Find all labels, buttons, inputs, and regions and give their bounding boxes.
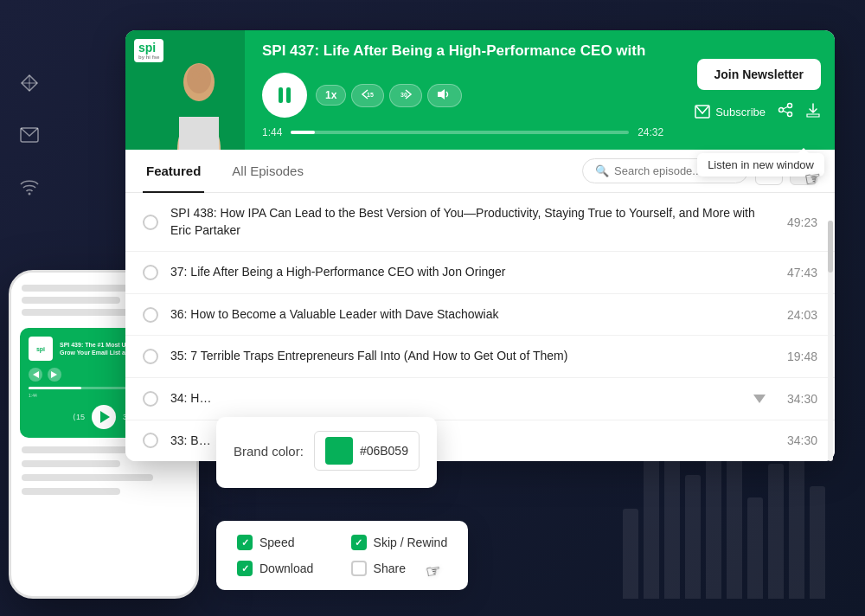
brand-color-hex: #06B059 <box>360 444 408 458</box>
checkbox-download-box[interactable]: ✓ <box>237 561 253 576</box>
svg-point-4 <box>29 193 31 196</box>
download-icon[interactable] <box>805 102 821 121</box>
svg-marker-23 <box>753 395 766 403</box>
episode-title-1: 37: Life After Being a High-Performance … <box>170 264 775 281</box>
episode-row[interactable]: 37: Life After Being a High-Performance … <box>125 252 835 294</box>
episode-radio-4[interactable] <box>143 391 158 407</box>
brand-color-swatch <box>325 437 353 465</box>
episode-radio-0[interactable] <box>143 215 158 230</box>
checkbox-download-label: Download <box>260 561 313 575</box>
svg-point-8 <box>187 64 211 93</box>
time-total: 24:32 <box>638 126 663 138</box>
episode-duration-1: 47:43 <box>787 266 817 279</box>
svg-point-16 <box>779 108 784 112</box>
tab-all-episodes[interactable]: All Episodes <box>228 150 307 192</box>
svg-point-17 <box>788 112 792 117</box>
subscribe-area[interactable]: Subscribe <box>695 105 766 119</box>
episode-title-4: 34: H… <box>170 390 775 407</box>
cursor: ☞ <box>803 166 823 191</box>
episode-row[interactable]: 36: How to Become a Valuable Leader with… <box>125 294 835 337</box>
svg-marker-6 <box>51 371 57 378</box>
brand-color-value[interactable]: #06B059 <box>314 431 420 471</box>
episode-radio-5[interactable] <box>143 433 158 448</box>
svg-point-10 <box>199 71 206 80</box>
player-header: spi by hi fse SPI 437: Life After Being … <box>125 30 835 150</box>
episode-duration-2: 24:03 <box>787 308 817 322</box>
svg-text:15: 15 <box>367 92 374 98</box>
phone-play-button[interactable] <box>92 405 116 429</box>
episode-row[interactable]: 34: H… 34:30 <box>125 378 835 420</box>
checkbox-speed[interactable]: ✓ Speed <box>237 535 334 550</box>
svg-marker-5 <box>33 371 39 378</box>
volume-button[interactable] <box>427 84 462 107</box>
progress-bar[interactable] <box>291 131 629 134</box>
checkbox-grid: ✓ Speed ✓ Skip / Rewind ✓ Download Share <box>237 535 447 576</box>
time-current: 1:44 <box>262 126 282 138</box>
svg-text:30: 30 <box>400 92 407 98</box>
checkbox-share-box[interactable] <box>351 561 367 576</box>
person-illustration <box>125 30 245 150</box>
checkbox-download[interactable]: ✓ Download <box>237 561 334 576</box>
sidebar <box>16 69 43 201</box>
checkbox-skip-rewind-box[interactable]: ✓ <box>351 535 367 550</box>
phone-skip-btn[interactable] <box>48 368 61 382</box>
episode-duration-0: 49:23 <box>787 215 817 229</box>
sidebar-icon-diamond[interactable] <box>16 69 43 97</box>
episode-title-0: SPI 438: How IPA Can Lead to the Best Ve… <box>170 205 775 239</box>
scrollbar-thumb[interactable] <box>828 221 833 273</box>
scrollbar[interactable] <box>828 221 833 461</box>
phone-rewind-btn[interactable] <box>29 368 42 382</box>
checkbox-speed-label: Speed <box>260 536 294 549</box>
speed-controls: 1x 15 30 <box>316 84 462 107</box>
podcast-thumbnail: spi by hi fse <box>125 30 245 150</box>
brand-color-label: Brand color: <box>234 444 304 459</box>
episode-row[interactable]: SPI 438: How IPA Can Lead to the Best Ve… <box>125 193 835 252</box>
svg-point-15 <box>788 104 792 108</box>
episode-radio-1[interactable] <box>143 265 158 280</box>
speed-button[interactable]: 1x <box>316 85 346 106</box>
episode-title-3: 35: 7 Terrible Traps Entrepreneurs Fall … <box>170 348 775 365</box>
episode-title-2: 36: How to Become a Valuable Leader with… <box>170 306 775 324</box>
episode-title: SPI 437: Life After Being a High-Perform… <box>262 42 663 61</box>
episode-row[interactable]: 35: 7 Terrible Traps Entrepreneurs Fall … <box>125 336 835 378</box>
svg-line-18 <box>783 106 788 109</box>
episode-radio-3[interactable] <box>143 349 158 364</box>
join-newsletter-button[interactable]: Join Newsletter <box>697 59 821 90</box>
svg-line-19 <box>783 111 788 113</box>
player-right: Join Newsletter Subscribe <box>681 43 835 137</box>
checkbox-speed-box[interactable]: ✓ <box>237 535 253 550</box>
rewind-15-button[interactable]: 15 <box>351 84 384 107</box>
episode-duration-5: 34:30 <box>787 433 817 447</box>
tab-featured[interactable]: Featured <box>143 150 204 192</box>
share-icon[interactable] <box>778 102 793 121</box>
subscribe-label: Subscribe <box>715 106 766 119</box>
cursor-2: ☞ <box>424 560 443 583</box>
svg-marker-13 <box>438 89 445 99</box>
checkbox-share-label: Share <box>374 561 406 575</box>
phone-logo: spi <box>29 337 53 361</box>
search-icon: 🔍 <box>595 164 609 177</box>
mail-icon[interactable] <box>16 121 43 149</box>
forward-30-button[interactable]: 30 <box>389 84 422 107</box>
wifi-icon[interactable] <box>16 173 43 201</box>
player-widget: spi by hi fse SPI 437: Life After Being … <box>125 30 835 461</box>
brand-color-popup: Brand color: #06B059 <box>216 417 437 488</box>
episode-duration-3: 19:48 <box>787 350 817 363</box>
episode-duration-4: 34:30 <box>787 392 817 406</box>
play-pause-button[interactable] <box>262 73 307 118</box>
svg-point-9 <box>192 71 199 80</box>
player-center: SPI 437: Life After Being a High-Perform… <box>245 26 681 154</box>
checkbox-skip-rewind-label: Skip / Rewind <box>374 536 448 549</box>
phone-back-15[interactable]: ⟨15 <box>73 413 85 421</box>
episode-radio-2[interactable] <box>143 307 158 323</box>
checkbox-skip-rewind[interactable]: ✓ Skip / Rewind <box>351 535 448 550</box>
